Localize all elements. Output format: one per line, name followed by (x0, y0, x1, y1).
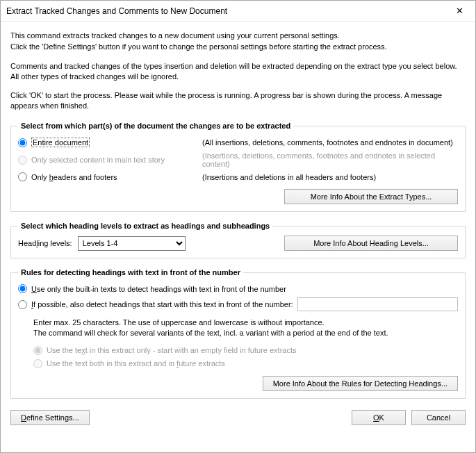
group-heading-rules: Rules for detecting headings with text i… (10, 268, 466, 399)
radio-custom-text-row: If possible, also detect headings that s… (18, 295, 458, 313)
radio-headers-footers-label: Only headers and footers (31, 173, 117, 181)
intro-line: Comments and tracked changes of the type… (10, 61, 466, 82)
close-icon[interactable]: ✕ (444, 1, 475, 21)
radio-selected-content-desc: (Insertions, deletions, comments, footno… (202, 151, 458, 168)
ok-button[interactable]: OK (352, 410, 406, 425)
radio-entire-document-row: Entire document (All insertions, deletio… (18, 135, 458, 149)
intro-line: Click the 'Define Settings' button if yo… (10, 42, 466, 52)
radio-custom-text-label: If possible, also detect headings that s… (31, 300, 293, 308)
heading-levels-select[interactable]: Levels 1-4 (78, 236, 186, 251)
group-legend: Rules for detecting headings with text i… (18, 268, 243, 277)
window-title: Extract Tracked Changes and Comments to … (6, 6, 444, 16)
more-info-heading-levels-button[interactable]: More Info About Heading Levels... (284, 236, 458, 251)
radio-headers-footers[interactable] (18, 172, 27, 181)
dialog-content: This command extracts tracked changes to… (1, 22, 475, 452)
dialog-window: Extract Tracked Changes and Comments to … (0, 0, 476, 453)
dialog-footer: Define Settings... OK Cancel (10, 399, 466, 425)
radio-entire-document[interactable] (18, 138, 27, 147)
radio-builtin-texts[interactable] (18, 284, 27, 293)
more-info-extract-types-button[interactable]: More Info About the Extract Types... (284, 189, 458, 204)
group-legend: Select from which part(s) of the documen… (18, 122, 293, 130)
radio-use-text-future (33, 359, 42, 368)
radio-entire-document-desc: (All insertions, deletions, comments, fo… (202, 138, 458, 147)
radio-entire-document-label: Entire document (31, 138, 90, 147)
cancel-button[interactable]: Cancel (411, 410, 466, 425)
radio-selected-content-label: Only selected content in main text story (31, 156, 165, 164)
radio-use-text-this-extract (33, 346, 42, 355)
radio-custom-text[interactable] (18, 300, 27, 309)
custom-text-input[interactable] (297, 297, 458, 311)
radio-headers-footers-row: Only headers and footers (Insertions and… (18, 170, 458, 183)
group-extract-parts: Select from which part(s) of the documen… (10, 122, 466, 212)
radio-headers-footers-desc: (Insertions and deletions in all headers… (202, 173, 458, 181)
intro-line: Click 'OK' to start the process. Please … (10, 90, 466, 111)
radio-builtin-texts-label: Use only the built-in texts to detect he… (31, 285, 286, 293)
radio-selected-content (18, 156, 27, 165)
radio-selected-content-row: Only selected content in main text story… (18, 149, 458, 170)
group-legend: Select which heading levels to extract a… (18, 222, 272, 230)
define-settings-button[interactable]: Define Settings... (10, 410, 90, 425)
more-info-heading-rules-button[interactable]: More Info About the Rules for Detecting … (263, 376, 458, 391)
intro-line: This command extracts tracked changes to… (10, 31, 466, 41)
group-heading-levels: Select which heading levels to extract a… (10, 222, 466, 258)
sub-radio-group: Use the text in this extract only - star… (33, 344, 458, 370)
heading-levels-label: Headling levels: (18, 239, 72, 247)
radio-use-text-this-extract-label: Use the text in this extract only - star… (47, 346, 296, 354)
radio-builtin-texts-row: Use only the built-in texts to detect he… (18, 282, 458, 295)
intro-text: This command extracts tracked changes to… (10, 31, 466, 112)
titlebar: Extract Tracked Changes and Comments to … (1, 1, 475, 22)
radio-use-text-future-label: Use the text both in this extract and in… (47, 359, 225, 368)
custom-text-explain: Enter max. 25 characters. The use of upp… (33, 318, 458, 338)
